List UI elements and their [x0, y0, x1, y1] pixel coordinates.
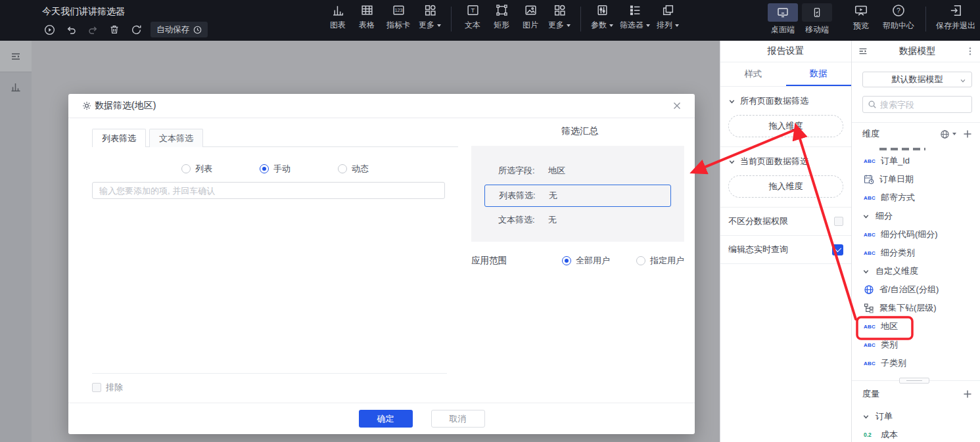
chevron-down-icon [952, 133, 956, 135]
resize-handle[interactable] [899, 378, 929, 384]
exit-icon [948, 3, 963, 18]
mobile-mode-button[interactable] [802, 3, 832, 22]
tool-more-charts[interactable]: 更多 [415, 3, 444, 31]
abc-type-icon: ABC [864, 158, 875, 164]
globe-icon [940, 129, 950, 139]
dropzone-all-pages[interactable]: 拖入维度 [728, 115, 843, 137]
refresh-icon[interactable] [129, 22, 143, 37]
tab-text-filter[interactable]: 文本筛选 [149, 129, 203, 147]
image-icon [524, 3, 538, 17]
sliders-icon [595, 3, 609, 17]
help-center-button[interactable]: ? 帮助中心 [878, 3, 919, 32]
toggle-live-query[interactable]: 编辑态实时查询 [720, 236, 851, 264]
radio-list-mode[interactable]: 列表 [181, 163, 212, 175]
tab-data[interactable]: 数据 [786, 62, 852, 86]
report-settings-title: 报告设置 [720, 41, 851, 62]
tool-metric-card[interactable]: 123 指标卡 [381, 3, 415, 31]
section-all-pages-filter[interactable]: 所有页面数据筛选 [720, 87, 851, 107]
date-type-icon [864, 174, 874, 185]
field-row[interactable]: ABC 邮寄方式 [852, 188, 980, 207]
cancel-button[interactable]: 取消 [431, 410, 485, 428]
field-row[interactable]: ABC 子类别 [852, 354, 980, 372]
preview-button[interactable]: 预览 [844, 3, 878, 32]
radio-all-users[interactable]: 全部用户 [562, 255, 610, 267]
chevron-down-icon [862, 413, 870, 420]
field-row[interactable]: ABC 细分类别 [852, 244, 980, 262]
more-grid-icon [423, 3, 437, 17]
field-row[interactable]: 聚集下钻(层级) [852, 299, 980, 317]
summary-box: 所选字段: 地区 列表筛选: 无 文本筛选: 无 [471, 146, 684, 242]
chevron-down-icon [609, 24, 613, 27]
dialog-title: 数据筛选(地区) [95, 100, 156, 112]
radio-dynamic-mode[interactable]: 动态 [338, 163, 369, 175]
document-title[interactable]: 今天我们讲讲筛选器 [42, 6, 125, 18]
save-exit-button[interactable]: 保存并退出 [933, 3, 979, 32]
summary-row-text-filter: 文本筛选: 无 [471, 211, 684, 229]
summary-title: 筛选汇总 [471, 125, 688, 137]
add-item-input[interactable] [92, 182, 445, 199]
more-grid-icon [553, 3, 567, 17]
abc-type-icon: ABC [864, 232, 875, 238]
field-row-region-highlighted[interactable]: ABC 地区 [852, 317, 980, 336]
history-icon[interactable] [42, 22, 57, 37]
radio-manual-mode[interactable]: 手动 [260, 163, 291, 175]
redo-icon[interactable] [85, 22, 100, 37]
chevron-down-icon [728, 158, 735, 166]
table-icon [360, 3, 374, 17]
section-current-page-filter[interactable]: 当前页面数据筛选 [720, 147, 851, 167]
filter-tabs: 列表筛选 文本筛选 [92, 129, 458, 147]
tool-parameters[interactable]: 参数 [588, 3, 617, 31]
search-input[interactable] [880, 100, 959, 110]
collapse-panel-icon[interactable] [857, 45, 869, 57]
tool-chart[interactable]: 图表 [323, 3, 352, 31]
measures-header: 度量 [852, 381, 980, 407]
add-dimension-icon[interactable] [963, 129, 972, 139]
tool-table[interactable]: 表格 [352, 3, 381, 31]
globe-dropdown-button[interactable] [940, 129, 956, 139]
tool-more-elements[interactable]: 更多 [545, 3, 574, 31]
abc-type-icon: ABC [864, 195, 875, 201]
model-selector-dropdown[interactable]: 默认数据模型 [862, 72, 972, 87]
radio-specified-users[interactable]: 指定用户 [636, 255, 684, 267]
dimensions-header: 维度 [852, 123, 980, 145]
tab-list-filter[interactable]: 列表筛选 [92, 129, 146, 147]
field-row[interactable]: ABC 细分代码(细分) [852, 225, 980, 244]
tab-style[interactable]: 样式 [720, 62, 786, 86]
toggle-ignore-permissions[interactable]: 不区分数据权限 [720, 208, 851, 236]
measure-row[interactable]: 0.2 成本 [852, 426, 980, 442]
close-icon[interactable] [671, 100, 683, 112]
checkbox-checked[interactable] [832, 244, 843, 255]
checkbox-unchecked[interactable] [834, 217, 843, 226]
field-row[interactable]: 省/自治区(分组) [852, 280, 980, 299]
dropzone-current-page[interactable]: 拖入维度 [728, 175, 843, 198]
tool-image[interactable]: 图片 [516, 3, 545, 31]
exclude-checkbox-row[interactable]: 排除 [92, 382, 458, 393]
tool-arrange[interactable]: 排列 [653, 3, 682, 31]
collapse-panel-button[interactable] [0, 41, 32, 72]
sidebar-charts-button[interactable] [0, 72, 32, 101]
measure-group-row[interactable]: 订单 [852, 407, 980, 426]
divider [92, 373, 447, 374]
kebab-menu-icon[interactable] [966, 47, 975, 56]
field-row[interactable]: ABC 订单_Id [852, 152, 980, 170]
abc-type-icon: ABC [864, 324, 875, 330]
field-row[interactable]: ABC 类别 [852, 336, 980, 354]
left-sidebar [0, 41, 32, 442]
filter-list-icon [628, 3, 642, 17]
field-row[interactable]: 订单日期 [852, 170, 980, 188]
tool-filters[interactable]: 筛选器 [617, 3, 653, 31]
report-settings-panel: 报告设置 样式 数据 所有页面数据筛选 拖入维度 当前页面数据筛选 拖入维度 不… [720, 41, 851, 442]
confirm-button[interactable]: 确定 [359, 410, 413, 428]
add-measure-icon[interactable] [963, 389, 972, 399]
desktop-mode-button[interactable] [768, 3, 798, 22]
tool-text[interactable]: T 文本 [458, 3, 487, 31]
field-group-row[interactable]: 细分 [852, 207, 980, 225]
summary-row-list-filter[interactable]: 列表筛选: 无 [484, 185, 671, 207]
clear-trash-icon[interactable] [107, 22, 122, 37]
autosave-badge[interactable]: 自动保存 [151, 22, 208, 37]
field-group-row[interactable]: 自定义维度 [852, 262, 980, 280]
search-field-box[interactable] [862, 96, 972, 113]
undo-icon[interactable] [64, 22, 78, 37]
hierarchy-drill-icon [864, 303, 874, 313]
tool-rectangle[interactable]: 矩形 [487, 3, 516, 31]
